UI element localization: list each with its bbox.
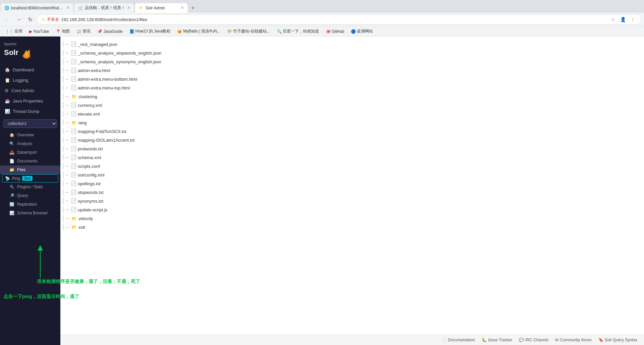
bookmark-news[interactable]: 📰 资讯 [74, 28, 93, 35]
back-button[interactable]: ← [3, 15, 12, 24]
file-item-f1[interactable]: 📄_rest_managed.json [60, 40, 644, 49]
tab-2-favicon: 🛒 [78, 6, 83, 10]
apps-label: 应用 [14, 28, 22, 34]
file-item-f19[interactable]: 📄synonyms.txt [60, 197, 644, 205]
menu-button[interactable]: ⋮ [629, 15, 637, 23]
sidebar-item-java-properties[interactable]: ☕ Java Properties [0, 96, 60, 106]
sidebar-item-analysis[interactable]: 🔍 Analysis [0, 139, 60, 148]
sidebar-item-thread-dump[interactable]: 📊 Thread Dump [0, 106, 60, 117]
docs-icon: 📄 [441, 338, 446, 342]
footer-forum-link[interactable]: ✉ Community forum [555, 338, 592, 342]
bookmark-youtube[interactable]: ▶ YouTube [26, 28, 52, 34]
file-item-f6[interactable]: 📄admin-extra.menu-top.html [60, 83, 644, 92]
file-name-f10: lang [78, 120, 87, 125]
sidebar-item-query[interactable]: 🔎 Query [0, 191, 60, 200]
file-item-f8[interactable]: 📄currency.xml [60, 101, 644, 110]
file-icon-f7: 📁 [71, 94, 77, 99]
sidebar-item-ping[interactable]: 📡 Ping 2ms [2, 174, 58, 183]
landiao-label: 蓝调网站 [357, 28, 373, 34]
tab-3-favicon: ☀ [139, 6, 144, 10]
sidebar-item-schema-browser[interactable]: 📊 Schema Browser [0, 209, 60, 217]
file-item-f4[interactable]: 📄admin-extra.html [60, 66, 644, 75]
file-name-f14: schema.xml [78, 155, 101, 160]
file-item-f9[interactable]: 📄elevate.xml [60, 110, 644, 118]
tab-bar: 🌐 localhost:8080/content/findBy... ✕ 🛒 品… [0, 0, 644, 13]
new-tab-button[interactable]: + [188, 3, 198, 13]
sidebar-item-replication[interactable]: 🔄 Replication [0, 200, 60, 209]
sidebar: Apache Solr 🏠 Dashboard [0, 37, 60, 345]
bookmark-javaguide[interactable]: 📌 JavaGuide [95, 28, 125, 34]
file-name-f6: admin-extra.menu-top.html [78, 85, 130, 90]
bookmark-apps[interactable]: ⋮⋮ 应用 [3, 28, 25, 35]
file-name-f20: update-script.js [78, 207, 107, 212]
irc-label: IRC Channel [525, 338, 548, 342]
file-item-f15[interactable]: 📄scripts.conf [60, 162, 644, 170]
sidebar-item-files[interactable]: 📁 Files [0, 165, 60, 174]
file-item-f2[interactable]: 📄_schema_analysis_stopwords_english.json [60, 49, 644, 57]
file-name-f15: scripts.conf [78, 164, 100, 169]
file-item-f5[interactable]: 📄admin-extra.menu-bottom.html [60, 75, 644, 83]
bookmark-map[interactable]: 📍 地图 [53, 28, 72, 35]
sidebar-item-overview[interactable]: 🏠 Overview [0, 131, 60, 139]
footer-docs-link[interactable]: 📄 Documentation [441, 338, 475, 342]
ping-label: Ping [12, 176, 20, 181]
footer-irc-link[interactable]: 💬 IRC Channel [519, 338, 548, 342]
footer-issues-link[interactable]: 🐛 Issue Tracker [482, 338, 512, 342]
file-item-f3[interactable]: 📄_schema_analysis_synonyms_english.json [60, 57, 644, 66]
zhuzijz-label: 竹子建站-自助建站... [233, 28, 270, 34]
footer-syntax-link[interactable]: 🔖 Solr Query Syntax [598, 338, 637, 342]
main-area[interactable]: 📄_rest_managed.json📄_schema_analysis_sto… [60, 37, 644, 345]
analysis-label: Analysis [17, 141, 32, 146]
tab-1-close[interactable]: ✕ [66, 6, 69, 10]
analysis-icon: 🔍 [9, 141, 14, 146]
bookmark-landiao[interactable]: 🔵 蓝调网站 [348, 28, 376, 35]
file-item-f22[interactable]: 📁xslt [60, 223, 644, 231]
sidebar-main-nav: 🏠 Dashboard 📋 Logging ⚙ Core Admin ☕ Jav… [0, 65, 60, 117]
profile-button[interactable]: 👤 [619, 15, 627, 23]
solr-logo-text: Apache Solr [4, 42, 33, 59]
file-icon-f20: 📄 [71, 207, 76, 212]
file-item-f13[interactable]: 📄protwords.txt [60, 144, 644, 153]
overview-icon: 🏠 [9, 133, 14, 137]
url-bar[interactable]: ⚠ 不安全 192.168.200.128:8080/solr/#/collec… [37, 14, 641, 24]
file-icon-f21: 📁 [71, 216, 77, 221]
tab-3[interactable]: ☀ Solr Admin ✕ [135, 3, 188, 13]
collection-selector-wrapper: collection1 [0, 117, 60, 131]
mybatis-label: MyBatis | 清汤牛内... [183, 28, 220, 34]
file-name-f9: elevate.xml [78, 112, 100, 117]
file-icon-f10: 📁 [71, 120, 77, 125]
file-item-f11[interactable]: 📄mapping-FoldToASCII.txt [60, 127, 644, 136]
footer: 📄 Documentation 🐛 Issue Tracker 💬 IRC Ch… [60, 335, 644, 345]
tab-3-close[interactable]: ✕ [181, 6, 184, 10]
sidebar-item-logging[interactable]: 📋 Logging [0, 75, 60, 85]
forum-icon: ✉ [555, 338, 558, 342]
reload-button[interactable]: ↻ [25, 15, 35, 24]
file-item-f20[interactable]: 📄update-script.js [60, 205, 644, 214]
collection-selector[interactable]: collection1 [3, 119, 57, 128]
file-item-f17[interactable]: 📄spellings.txt [60, 179, 644, 188]
bookmark-button[interactable]: ☆ [609, 15, 617, 23]
file-item-f16[interactable]: 📄solrconfig.xml [60, 170, 644, 179]
bookmark-baidu[interactable]: 🔍 百度一下，你就知道 [274, 28, 322, 35]
sidebar-item-dashboard[interactable]: 🏠 Dashboard [0, 65, 60, 75]
sidebar-item-dataimport[interactable]: 📥 Dataimport [0, 148, 60, 157]
tab-2[interactable]: 🛒 品优购，优质！优质！ ✕ [74, 3, 135, 13]
bookmark-github[interactable]: 🐙 GitHub [323, 28, 347, 34]
file-icon-f3: 📄 [71, 59, 76, 64]
bookmark-mybatis[interactable]: 🐱 MyBatis | 清汤牛内... [174, 28, 223, 35]
forward-button[interactable]: → [14, 15, 23, 24]
file-item-f12[interactable]: 📄mapping-ISOLatin1Accent.txt [60, 136, 644, 144]
bookmark-zhuzijz[interactable]: 🎋 竹子建站-自助建站... [224, 28, 273, 35]
tab-1[interactable]: 🌐 localhost:8080/content/findBy... ✕ [0, 3, 74, 13]
github-label: GitHub [332, 29, 344, 34]
file-item-f7[interactable]: 📁clustering [60, 92, 644, 101]
bookmark-how2j[interactable]: 📘 How2J 的 Java教程 [127, 28, 173, 35]
file-item-f21[interactable]: 📁velocity [60, 214, 644, 223]
sidebar-item-documents[interactable]: 📄 Documents [0, 157, 60, 165]
file-item-f14[interactable]: 📄schema.xml [60, 153, 644, 162]
sidebar-item-core-admin[interactable]: ⚙ Core Admin [0, 85, 60, 96]
file-item-f18[interactable]: 📄stopwords.txt [60, 188, 644, 197]
file-item-f10[interactable]: 📁lang [60, 118, 644, 127]
tab-2-close[interactable]: ✕ [127, 6, 130, 10]
sidebar-item-plugins-stats[interactable]: 🔌 Plugins / Stats [0, 183, 60, 191]
